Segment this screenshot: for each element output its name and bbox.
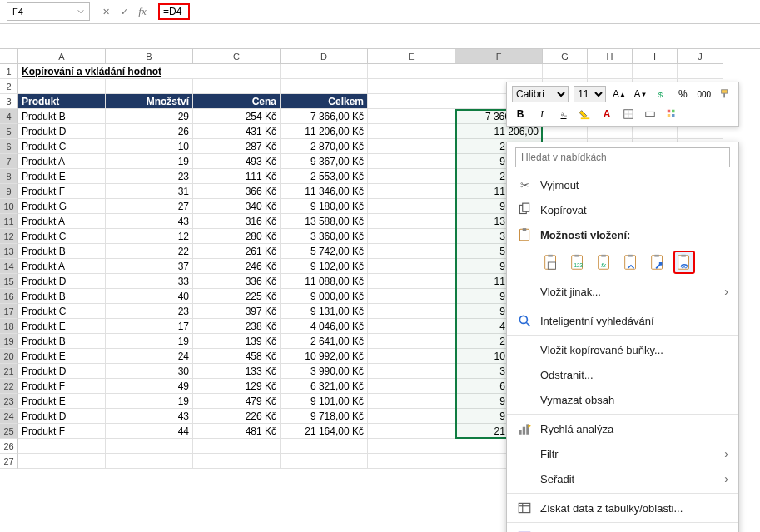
cell-product[interactable]: Produkt F [18,184,106,199]
cell[interactable] [368,169,455,184]
cell-total[interactable]: 5 742,00 Kč [281,244,368,259]
cell-total[interactable]: 9 131,00 Kč [281,304,368,319]
cell[interactable] [106,439,193,454]
cell-price[interactable]: 139 Kč [193,334,281,349]
menu-filter[interactable]: Filtr› [507,441,738,466]
cell-price[interactable]: 225 Kč [193,289,281,304]
cell-product[interactable]: Produkt E [18,349,106,364]
cell[interactable] [193,79,281,94]
row-header-10[interactable]: 10 [0,199,18,214]
hdr-price[interactable]: Cena [193,94,281,109]
cell-qty[interactable]: 44 [106,424,193,439]
cell-qty[interactable]: 19 [106,334,193,349]
row-header-3[interactable]: 3 [0,94,18,109]
cell-total[interactable]: 2 870,00 Kč [281,139,368,154]
cell-total[interactable]: 11 088,00 Kč [281,274,368,289]
cell-product[interactable]: Produkt A [18,259,106,274]
cell-total[interactable]: 3 990,00 Kč [281,364,368,379]
thousands-button[interactable]: 000 [696,86,712,102]
cell[interactable] [368,439,455,454]
row-header-5[interactable]: 5 [0,124,18,139]
cell[interactable] [368,364,455,379]
cell-price[interactable]: 431 Kč [193,124,281,139]
cell[interactable] [368,334,455,349]
bold-button[interactable]: B [512,106,529,122]
cell-qty[interactable]: 10 [106,139,193,154]
cell[interactable] [18,439,106,454]
cell-total[interactable]: 2 553,00 Kč [281,169,368,184]
cell-total[interactable]: 3 360,00 Kč [281,229,368,244]
menu-new-comment[interactable]: Nový komentář [507,525,738,532]
row-header-22[interactable]: 22 [0,379,18,394]
cell-qty[interactable]: 29 [106,109,193,124]
cell-qty[interactable]: 30 [106,364,193,379]
col-header-F[interactable]: F [455,49,543,64]
cell-price[interactable]: 397 Kč [193,304,281,319]
font-color-button[interactable]: A [599,106,615,122]
cell[interactable] [368,424,455,439]
menu-smart-lookup[interactable]: Inteligentní vyhledávání [507,308,738,333]
menu-cut[interactable]: ✂ Vyjmout [507,172,738,197]
cell-qty[interactable]: 27 [106,199,193,214]
cell-price[interactable]: 336 Kč [193,274,281,289]
row-header-2[interactable]: 2 [0,79,18,94]
cell-total[interactable]: 9 101,00 Kč [281,394,368,409]
row-header-20[interactable]: 20 [0,349,18,364]
cell-price[interactable]: 246 Kč [193,259,281,274]
cell-product[interactable]: Produkt A [18,154,106,169]
row-header-23[interactable]: 23 [0,394,18,409]
cell-qty[interactable]: 24 [106,349,193,364]
cell-product[interactable]: Produkt B [18,109,106,124]
cell-qty[interactable]: 26 [106,124,193,139]
menu-get-data[interactable]: Získat data z tabulky/oblasti... [507,495,738,520]
menu-search-input[interactable] [515,147,730,167]
cell-product[interactable]: Produkt E [18,394,106,409]
font-select[interactable]: Calibri [512,86,569,102]
row-header-4[interactable]: 4 [0,109,18,124]
cell-qty[interactable]: 37 [106,259,193,274]
cell-price[interactable]: 493 Kč [193,154,281,169]
paste-transpose-button[interactable] [620,251,642,274]
cell-product[interactable]: Produkt E [18,319,106,334]
row-header-24[interactable]: 24 [0,409,18,424]
col-header-B[interactable]: B [106,49,193,64]
col-header-H[interactable]: H [588,49,633,64]
col-header-E[interactable]: E [368,49,455,64]
cell[interactable] [281,64,368,79]
cell[interactable] [368,229,455,244]
formula-input[interactable]: =D4 [158,3,190,20]
cell-product[interactable]: Produkt C [18,229,106,244]
cell-price[interactable]: 316 Kč [193,214,281,229]
fill-color-button[interactable] [577,106,594,122]
cell[interactable] [281,454,368,469]
row-header-11[interactable]: 11 [0,214,18,229]
paste-default-button[interactable] [540,251,562,274]
cancel-formula-button[interactable]: ✕ [98,4,113,19]
cell-product[interactable]: Produkt D [18,274,106,289]
cell-total[interactable]: 6 321,00 Kč [281,379,368,394]
menu-insert-copied[interactable]: Vložit kopírované buňky... [507,337,738,362]
cell-qty[interactable]: 33 [106,274,193,289]
hdr-product[interactable]: Produkt [18,94,106,109]
menu-paste-special[interactable]: Vložit jinak... › [507,279,738,304]
cell-total[interactable]: 13 588,00 Kč [281,214,368,229]
font-size-select[interactable]: 11 [574,86,606,102]
cell[interactable] [368,244,455,259]
cell-qty[interactable]: 40 [106,289,193,304]
cell-qty[interactable]: 23 [106,169,193,184]
name-box[interactable]: F4 [7,2,90,21]
cell-product[interactable]: Produkt D [18,364,106,379]
menu-sort[interactable]: Seřadit› [507,466,738,491]
cell-product[interactable]: Produkt C [18,139,106,154]
cell[interactable] [368,349,455,364]
cell-total[interactable]: 9 367,00 Kč [281,154,368,169]
cell[interactable] [368,139,455,154]
cell-price[interactable]: 479 Kč [193,394,281,409]
currency-button[interactable]: $ [653,86,669,102]
cell[interactable] [368,109,455,124]
row-header-1[interactable]: 1 [0,64,18,79]
cell-product[interactable]: Produkt A [18,214,106,229]
cell-price[interactable]: 226 Kč [193,409,281,424]
row-header-26[interactable]: 26 [0,439,18,454]
cell-total[interactable]: 21 164,00 Kč [281,424,368,439]
